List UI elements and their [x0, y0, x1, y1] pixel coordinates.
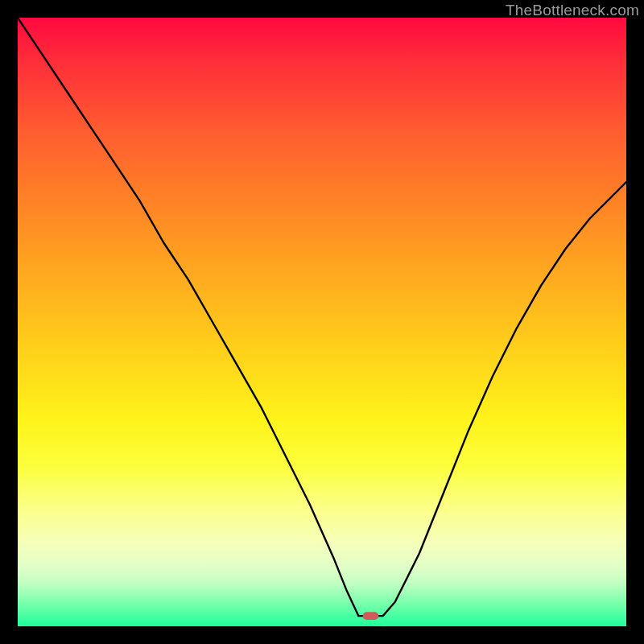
bottleneck-curve: [18, 18, 626, 616]
chart-svg: [18, 18, 626, 626]
watermark-text: TheBottleneck.com: [506, 2, 639, 19]
plot-area: [18, 18, 626, 626]
marker-pill: [363, 612, 379, 620]
chart-container: TheBottleneck.com: [0, 0, 644, 644]
